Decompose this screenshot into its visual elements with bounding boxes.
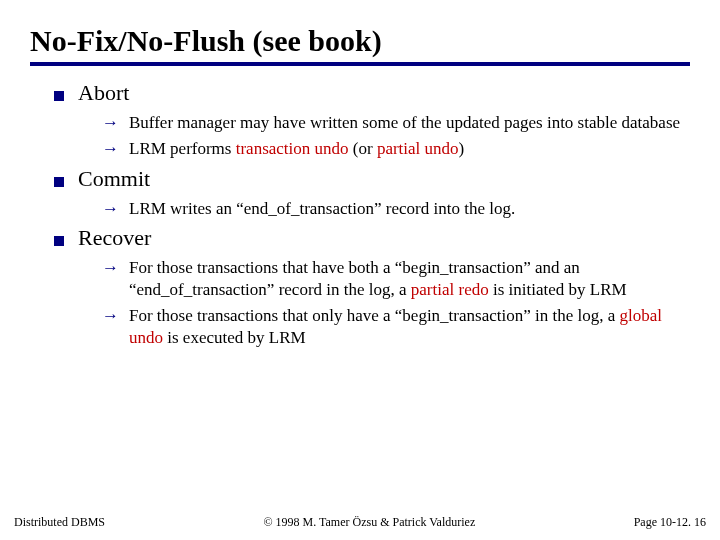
bullet-level2: →For those transactions that only have a… (102, 305, 690, 349)
bullet-label: Recover (78, 225, 151, 251)
bullet-level2: →LRM writes an “end_of_transaction” reco… (102, 198, 690, 220)
square-bullet-icon (54, 236, 64, 246)
slide: No-Fix/No-Flush (see book) Abort→Buffer … (0, 0, 720, 348)
sub-bullet-text: LRM writes an “end_of_transaction” recor… (129, 198, 515, 220)
footer-center: © 1998 M. Tamer Özsu & Patrick Valduriez (263, 515, 475, 530)
bullet-label: Abort (78, 80, 129, 106)
sub-bullet-text: For those transactions that only have a … (129, 305, 690, 349)
square-bullet-icon (54, 91, 64, 101)
bullet-level2: →Buffer manager may have written some of… (102, 112, 690, 134)
arrow-icon: → (102, 138, 119, 160)
bullet-level2: →LRM performs transaction undo (or parti… (102, 138, 690, 160)
sub-bullet-text: LRM performs transaction undo (or partia… (129, 138, 464, 160)
arrow-icon: → (102, 257, 119, 279)
bullet-label: Commit (78, 166, 150, 192)
sub-bullet-text: For those transactions that have both a … (129, 257, 690, 301)
arrow-icon: → (102, 198, 119, 220)
title-rule (30, 62, 690, 66)
bullet-level1: Abort (54, 80, 690, 106)
footer-right: Page 10-12. 16 (634, 515, 706, 530)
slide-title: No-Fix/No-Flush (see book) (30, 24, 690, 58)
content-area: Abort→Buffer manager may have written so… (30, 80, 690, 348)
arrow-icon: → (102, 305, 119, 327)
bullet-level1: Recover (54, 225, 690, 251)
square-bullet-icon (54, 177, 64, 187)
sub-bullet-text: Buffer manager may have written some of … (129, 112, 680, 134)
bullet-level1: Commit (54, 166, 690, 192)
footer: Distributed DBMS © 1998 M. Tamer Özsu & … (0, 515, 720, 530)
footer-left: Distributed DBMS (14, 515, 105, 530)
bullet-level2: →For those transactions that have both a… (102, 257, 690, 301)
arrow-icon: → (102, 112, 119, 134)
